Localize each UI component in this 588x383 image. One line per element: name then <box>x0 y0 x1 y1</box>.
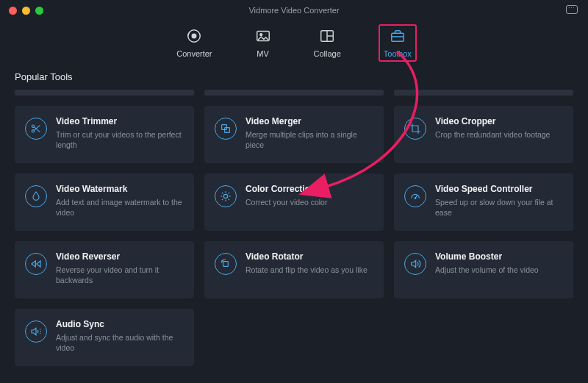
tool-desc: Adjust the volume of the video <box>435 265 563 275</box>
tool-color-correction[interactable]: Color Correction Correct your video colo… <box>204 173 384 231</box>
svg-marker-26 <box>32 261 35 267</box>
tool-desc: Trim or cut your videos to the perfect l… <box>56 129 184 150</box>
tool-title: Audio Sync <box>56 319 184 329</box>
tab-label: Converter <box>176 49 212 58</box>
tool-desc: Reverse your video and turn it backwards <box>56 265 184 285</box>
tab-converter[interactable]: Converter <box>172 25 216 61</box>
audio-sync-icon <box>25 321 47 343</box>
svg-point-10 <box>32 130 34 132</box>
tool-desc: Correct your video color <box>245 197 373 207</box>
crop-icon <box>404 118 426 140</box>
svg-point-15 <box>223 194 227 198</box>
tool-volume-booster[interactable]: Volume Booster Adjust the volume of the … <box>394 241 573 298</box>
svg-line-20 <box>222 193 223 193</box>
svg-point-9 <box>32 125 34 127</box>
tab-collage[interactable]: Collage <box>309 25 345 61</box>
tool-video-trimmer[interactable]: Video Trimmer Trim or cut your videos to… <box>15 106 194 163</box>
toolbox-icon <box>390 28 406 46</box>
tab-label: Toolbox <box>384 49 412 58</box>
app-title: Vidmore Video Converter <box>248 6 339 15</box>
maximize-window-button[interactable] <box>35 7 43 15</box>
tool-title: Video Reverser <box>56 251 184 262</box>
tool-video-merger[interactable]: Video Merger Merge multiple clips into a… <box>204 106 384 163</box>
svg-marker-27 <box>37 261 40 267</box>
tab-label: MV <box>257 49 269 58</box>
svg-rect-14 <box>225 128 230 133</box>
window-controls <box>0 7 43 15</box>
tool-video-rotator[interactable]: Video Rotator Rotate and flip the video … <box>204 241 384 298</box>
placeholder-bar <box>394 90 573 96</box>
svg-marker-30 <box>32 328 36 334</box>
tool-desc: Crop the redundant video footage <box>435 129 563 140</box>
rewind-icon <box>25 253 47 275</box>
placeholder-bar <box>15 90 194 96</box>
close-window-button[interactable] <box>9 7 17 15</box>
tools-grid: Video Trimmer Trim or cut your videos to… <box>15 106 573 366</box>
tool-title: Video Cropper <box>435 116 563 126</box>
tab-label: Collage <box>314 49 341 58</box>
svg-line-21 <box>229 199 229 200</box>
content-area: Popular Tools Video Trimmer Trim or cut … <box>0 71 588 381</box>
brightness-icon <box>215 185 237 207</box>
tab-toolbox[interactable]: Toolbox <box>379 25 416 61</box>
tab-mv[interactable]: MV <box>251 25 276 61</box>
tool-title: Video Trimmer <box>56 116 184 126</box>
tool-title: Video Watermark <box>56 184 184 194</box>
minimize-window-button[interactable] <box>22 7 30 15</box>
placeholder-bars <box>15 90 573 96</box>
tool-title: Color Correction <box>245 184 373 194</box>
scissors-icon <box>25 118 47 140</box>
main-tabs: Converter MV Collage Toolb <box>0 21 588 71</box>
collage-icon <box>319 28 335 46</box>
merge-icon <box>215 118 237 140</box>
svg-point-3 <box>259 34 262 36</box>
tool-video-reverser[interactable]: Video Reverser Reverse your video and tu… <box>15 241 194 298</box>
mv-icon <box>255 28 271 46</box>
tool-desc: Adjust and sync the audio with the video <box>56 332 184 353</box>
tool-desc: Add text and image watermark to the vide… <box>56 197 184 218</box>
tool-video-speed-controller[interactable]: Video Speed Controller Speed up or slow … <box>394 173 573 231</box>
tool-video-cropper[interactable]: Video Cropper Crop the redundant video f… <box>394 106 573 163</box>
tool-audio-sync[interactable]: Audio Sync Adjust and sync the audio wit… <box>15 309 194 366</box>
svg-marker-29 <box>412 260 416 267</box>
tool-title: Volume Booster <box>435 251 563 262</box>
svg-line-23 <box>229 193 229 193</box>
volume-icon <box>404 253 426 275</box>
feedback-icon[interactable] <box>566 5 578 14</box>
tool-title: Video Speed Controller <box>435 184 563 194</box>
speedometer-icon <box>404 185 426 207</box>
svg-point-25 <box>415 198 416 199</box>
svg-point-1 <box>193 34 197 38</box>
converter-icon <box>186 28 202 46</box>
svg-rect-7 <box>392 33 404 41</box>
section-title: Popular Tools <box>15 71 573 82</box>
tool-desc: Merge multiple clips into a single piece <box>245 129 373 150</box>
tool-video-watermark[interactable]: Video Watermark Add text and image water… <box>15 173 194 231</box>
svg-rect-13 <box>222 125 227 130</box>
tool-title: Video Merger <box>245 116 373 126</box>
titlebar: Vidmore Video Converter <box>0 0 588 21</box>
droplet-icon <box>25 185 47 207</box>
tool-desc: Speed up or slow down your file at ease <box>435 197 563 218</box>
svg-line-22 <box>222 199 223 200</box>
placeholder-bar <box>204 90 384 96</box>
rotate-icon <box>215 253 237 275</box>
tool-desc: Rotate and flip the video as you like <box>245 265 373 275</box>
tool-title: Video Rotator <box>245 251 373 262</box>
svg-rect-28 <box>223 262 229 267</box>
